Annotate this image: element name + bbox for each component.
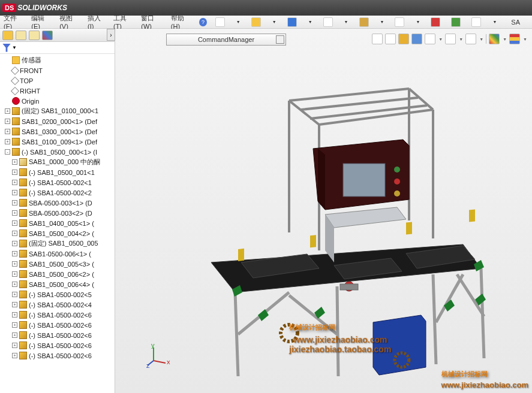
expander-icon[interactable]: -: [5, 149, 10, 155]
tab-config[interactable]: [29, 31, 40, 40]
tree-item[interactable]: TOP: [1, 75, 113, 86]
tree-item[interactable]: +(-) SBA1-0500-002<4: [1, 300, 113, 310]
expander-icon[interactable]: +: [12, 200, 17, 205]
expander-icon[interactable]: +: [12, 170, 17, 175]
tree-label: (-) SBA1-0500-002<6: [29, 332, 92, 339]
expander-icon[interactable]: +: [12, 251, 17, 256]
tree-item[interactable]: 传感器: [1, 55, 113, 65]
expander-icon[interactable]: +: [12, 353, 17, 358]
tree-item[interactable]: +(-) SBA1-0500-002<6: [1, 330, 113, 340]
feature-tree-panel: » ▼ 传感器FRONTTOPRIGHTOrigin+(固定) SAB1_010…: [0, 29, 115, 393]
expander-icon[interactable]: +: [12, 241, 17, 246]
tree-label: SBA-0500-003<1> (D: [29, 199, 92, 207]
expander-icon[interactable]: +: [12, 343, 17, 348]
coordinate-triad: x y z: [146, 344, 170, 368]
tree-item[interactable]: +(-) SBA1-0500-002<2: [1, 188, 113, 198]
menu-tools[interactable]: 工具(T): [113, 14, 133, 30]
tree-item[interactable]: +SBA-0500-003<2> (D: [1, 208, 113, 218]
tree-item[interactable]: -(-) SAB1_0500_000<1> (I: [1, 147, 113, 157]
help-icon[interactable]: ?: [199, 18, 207, 26]
expander-icon[interactable]: +: [12, 282, 17, 287]
expander-icon[interactable]: +: [12, 180, 17, 185]
menu-insert[interactable]: 插入(I): [88, 14, 105, 30]
rebuild-icon[interactable]: [431, 17, 440, 27]
filter-dropdown-icon[interactable]: ▼: [12, 45, 17, 50]
section-view-icon[interactable]: [411, 34, 422, 44]
tree-item[interactable]: +SAB1_0500_004<2> (: [1, 228, 113, 238]
tree-item[interactable]: +SAB1-0500-006<1> (: [1, 249, 113, 259]
expander-icon[interactable]: +: [12, 312, 17, 318]
tree-label: SAB1_0300_000<1> (Def: [22, 128, 97, 135]
tree-item[interactable]: +(-) SBA1-0500-002<6: [1, 320, 113, 330]
tree-item[interactable]: +SAB1_0500_005<3> (: [1, 259, 113, 269]
tree-item[interactable]: +(-) SBA1-0500-002<6: [1, 350, 113, 361]
cm-minimize-icon[interactable]: [276, 35, 284, 44]
tree-item[interactable]: +SAB1_0300_000<1> (Def: [1, 126, 113, 137]
tree-item[interactable]: Origin: [1, 96, 113, 106]
open-icon[interactable]: [251, 17, 261, 27]
options-icon[interactable]: [451, 17, 461, 27]
zoom-area-icon[interactable]: [385, 34, 396, 44]
tree-label: (-) SBA1-0500-002<5: [29, 291, 92, 298]
tree-item[interactable]: +SAB1_0100_009<1> (Def: [1, 137, 113, 147]
edit-appearance-icon[interactable]: [489, 34, 500, 44]
tab-property[interactable]: [16, 31, 26, 40]
expander-icon[interactable]: +: [12, 210, 17, 216]
sidebar-collapse-icon[interactable]: ›: [107, 29, 115, 41]
undo-icon[interactable]: [359, 17, 369, 27]
expander-icon[interactable]: +: [5, 108, 10, 114]
tree-item[interactable]: +SAB1_0000_000 中的酮: [1, 157, 113, 167]
expander-icon[interactable]: +: [12, 302, 17, 307]
tree-item[interactable]: +SAB1_0400_005<1> (: [1, 218, 113, 228]
svg-line-26: [235, 292, 238, 376]
tree-item[interactable]: +SBA-0500-003<1> (D: [1, 198, 113, 208]
menu-edit[interactable]: 编辑(E): [31, 14, 51, 30]
capture-icon[interactable]: [471, 17, 481, 27]
expander-icon[interactable]: +: [12, 322, 17, 328]
tree-item[interactable]: +(-) SAB1_0500_001<1: [1, 167, 113, 177]
tree-item[interactable]: +(-) SBA1-0500-002<6: [1, 310, 113, 320]
feature-tree[interactable]: 传感器FRONTTOPRIGHTOrigin+(固定) SAB1_0100_00…: [0, 54, 115, 393]
expander-icon[interactable]: +: [5, 129, 10, 134]
expander-icon[interactable]: +: [12, 332, 17, 338]
command-manager-bar[interactable]: CommandManager: [166, 34, 286, 46]
tree-item[interactable]: +SAB1_0500_006<4> (: [1, 279, 113, 289]
new-doc-icon[interactable]: [215, 17, 225, 27]
expander-icon[interactable]: +: [12, 271, 17, 277]
tree-item[interactable]: +(-) SBA1-0500-002<6: [1, 340, 113, 350]
menu-file[interactable]: 文件(F): [4, 14, 23, 30]
menu-view[interactable]: 视图(V): [59, 14, 79, 30]
apply-scene-icon[interactable]: [509, 34, 520, 44]
zoom-fit-icon[interactable]: [372, 34, 383, 44]
expander-icon[interactable]: +: [12, 261, 17, 267]
expander-icon[interactable]: +: [12, 220, 17, 226]
view-orient-icon[interactable]: [425, 34, 435, 44]
expander-icon[interactable]: +: [12, 190, 17, 195]
tree-item[interactable]: RIGHT: [1, 86, 113, 96]
tree-item[interactable]: FRONT: [1, 65, 113, 75]
tree-item[interactable]: +SAB1_0200_000<1> (Def: [1, 116, 113, 126]
tree-item[interactable]: +SAB1_0500_006<2> (: [1, 269, 113, 279]
tab-display[interactable]: [42, 31, 53, 40]
select-icon[interactable]: [395, 17, 404, 27]
hide-show-icon[interactable]: [465, 34, 476, 44]
menu-window[interactable]: 窗口(W): [141, 14, 163, 30]
save-icon[interactable]: [287, 17, 297, 27]
3d-viewport[interactable]: CommandManager ▼ ▼ ▼ ▼ ▼: [115, 29, 532, 393]
expander-icon[interactable]: +: [12, 231, 17, 236]
plane-icon: [11, 76, 19, 84]
print-icon[interactable]: [323, 17, 333, 27]
filter-icon[interactable]: [2, 44, 11, 52]
previous-view-icon[interactable]: [398, 34, 409, 44]
tree-item[interactable]: +(固定) SAB1_0500_005: [1, 238, 113, 249]
expander-icon[interactable]: +: [12, 292, 17, 297]
expander-icon[interactable]: +: [5, 119, 10, 124]
expander-icon[interactable]: +: [5, 139, 10, 144]
tab-feature-tree[interactable]: [2, 31, 13, 40]
tree-item[interactable]: +(固定) SAB1_0100_000<1: [1, 106, 113, 116]
expander-icon[interactable]: +: [12, 159, 17, 165]
menu-help[interactable]: 帮助(H): [171, 14, 191, 30]
tree-item[interactable]: +(-) SBA1-0500-002<1: [1, 177, 113, 188]
display-style-icon[interactable]: [445, 34, 456, 44]
tree-item[interactable]: +(-) SBA1-0500-002<5: [1, 289, 113, 300]
